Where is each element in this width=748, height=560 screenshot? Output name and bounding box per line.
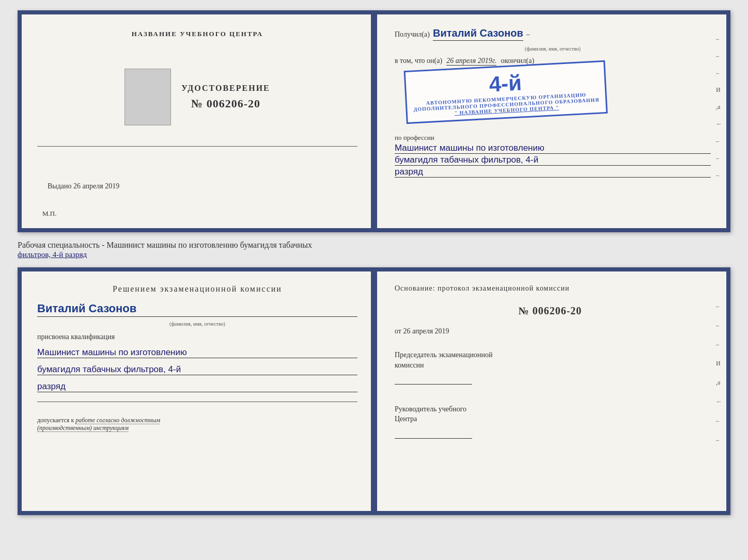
right-page-top: Получил(а) Виталий Сазонов – (фамилия, и… xyxy=(374,14,726,228)
profession-line3: разряд xyxy=(395,167,711,178)
recipient-name: Виталий Сазонов xyxy=(433,27,523,41)
bottom-right-page: Основание: протокол экзаменационной коми… xyxy=(374,271,726,511)
rukovoditel-line2: Центра xyxy=(395,415,417,423)
qual-line3: разряд xyxy=(37,381,357,392)
vtom-prefix: в том, что он(а) xyxy=(395,57,442,65)
center-name-header: НАЗВАНИЕ УЧЕБНОГО ЦЕНТРА xyxy=(132,30,263,38)
ot-line: от 26 апреля 2019 xyxy=(395,327,706,335)
dopusk-italic: работе согласно должностным xyxy=(75,417,160,424)
bottom-name: Виталий Сазонов xyxy=(37,302,357,317)
issued-date: 26 апреля 2019 xyxy=(73,182,119,190)
recipient-line: Получил(а) Виталий Сазонов – xyxy=(395,27,711,41)
profession-label: по профессии xyxy=(395,134,434,141)
predsedatel-line2: комиссии xyxy=(395,361,424,369)
profession-line2: бумагидля табачных фильтров, 4-й xyxy=(395,155,711,166)
cert-center-section: УДОСТОВЕРЕНИЕ № 006206-20 xyxy=(124,69,270,125)
predsedatel-line1: Председатель экзаменационной xyxy=(395,351,492,359)
ot-date: 26 апреля 2019 xyxy=(403,327,449,335)
issued-label: Выдано xyxy=(48,182,72,190)
dash-after-name: – xyxy=(526,30,530,39)
certificate-number: № 006206-20 xyxy=(191,97,260,110)
rukovoditel-line1: Руководитель учебного xyxy=(395,405,466,413)
rukovoditel-signature-line xyxy=(395,428,472,439)
osnovaniye-text: Основание: протокол экзаменационной коми… xyxy=(395,284,706,293)
qual-line1: Машинист машины по изготовлению xyxy=(37,347,357,358)
prisvoen-text: присвоена квалификация xyxy=(37,333,357,341)
dopusk-line: допускается к работе согласно должностны… xyxy=(37,417,357,432)
profession-line1: Машинист машины по изготовлению xyxy=(395,143,711,154)
certificate-label: УДОСТОВЕРЕНИЕ xyxy=(181,84,270,93)
middle-text-block: Рабочая специальность - Машинист машины … xyxy=(18,238,730,261)
ot-prefix: от xyxy=(395,327,401,335)
photo-placeholder xyxy=(124,69,171,125)
stamp-area: 4-й АВТОНОМНУЮ НЕКОММЕРЧЕСКУЮ ОРГАНИЗАЦИ… xyxy=(395,71,711,122)
side-decorations-top: – – – И ,а ← – – – xyxy=(716,35,722,179)
vtom-date: 26 апреля 2019г. xyxy=(446,57,496,66)
fio-sublabel: (фамилия, имя, отчество) xyxy=(395,46,711,52)
doc-spine-bottom xyxy=(371,271,377,511)
komissia-title: Решением экзаменационной комиссии xyxy=(37,284,357,294)
certificate-top: НАЗВАНИЕ УЧЕБНОГО ЦЕНТРА УДОСТОВЕРЕНИЕ №… xyxy=(18,10,730,232)
bottom-left-page: Решением экзаменационной комиссии Витали… xyxy=(22,271,374,511)
predsedatel-text: Председатель экзаменационной комиссии xyxy=(395,350,706,388)
dopusk-italic2: (производственным) инструкциям xyxy=(37,424,129,432)
middle-text-underlined: фильтров, 4-й разряд xyxy=(18,246,87,263)
left-page-top: НАЗВАНИЕ УЧЕБНОГО ЦЕНТРА УДОСТОВЕРЕНИЕ №… xyxy=(22,14,374,228)
doc-spine xyxy=(371,14,377,228)
issued-line: Выдано 26 апреля 2019 xyxy=(37,182,119,190)
predsedatel-signature-line xyxy=(395,374,472,385)
stamp-box: 4-й АВТОНОМНУЮ НЕКОММЕРЧЕСКУЮ ОРГАНИЗАЦИ… xyxy=(404,60,608,124)
profession-section: по профессии Машинист машины по изготовл… xyxy=(395,133,711,178)
mp-label: М.П. xyxy=(37,210,56,218)
dopusk-prefix: допускается к xyxy=(37,417,74,424)
side-decorations-bottom: – – – И ,а ← – – xyxy=(716,302,722,444)
certificate-bottom: Решением экзаменационной комиссии Витали… xyxy=(18,267,730,515)
protocol-number: № 006206-20 xyxy=(395,305,706,317)
certificate-title-block: УДОСТОВЕРЕНИЕ № 006206-20 xyxy=(181,84,270,110)
poluchil-label: Получил(а) xyxy=(395,30,430,39)
qual-line2: бумагидля табачных фильтров, 4-й xyxy=(37,364,357,375)
bottom-fio-sub: (фамилия, имя, отчество) xyxy=(37,321,357,327)
rukovoditel-text: Руководитель учебного Центра xyxy=(395,404,706,442)
